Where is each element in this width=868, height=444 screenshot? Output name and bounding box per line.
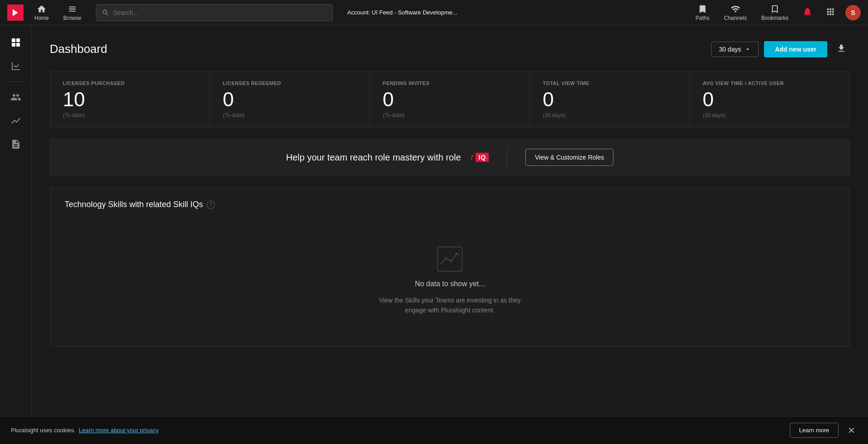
sidebar-item-analytics[interactable] <box>6 111 26 131</box>
days-dropdown[interactable]: 30 days <box>711 42 759 57</box>
stat-pending-invites: PENDING INVITES 0 (To-date) <box>370 71 530 128</box>
close-cookie-button[interactable]: ✕ <box>846 425 857 436</box>
logo[interactable] <box>7 5 24 21</box>
cookie-text: Pluralsight uses cookies. Learn more abo… <box>11 427 159 434</box>
nav-right: Paths Channels Bookmarks S <box>690 4 861 21</box>
role-iq-text: Help your team reach role mastery with r… <box>286 151 489 163</box>
iq-badge: IQ <box>476 153 489 162</box>
skills-section: Technology Skills with related Skill IQs… <box>50 187 850 347</box>
nav-home[interactable]: Home <box>27 4 56 21</box>
svg-marker-0 <box>13 9 18 16</box>
header-actions: 30 days Add new user <box>711 40 850 58</box>
privacy-link[interactable]: Learn more about your privacy <box>79 427 158 434</box>
nav-channels[interactable]: Channels <box>718 4 752 21</box>
sidebar-item-team[interactable] <box>6 87 26 107</box>
nav-bookmarks[interactable]: Bookmarks <box>756 4 794 21</box>
svg-rect-1 <box>438 247 462 271</box>
svg-point-4 <box>456 253 458 255</box>
role-iq-logo: r IQ <box>471 151 489 163</box>
avatar[interactable]: S <box>845 5 861 20</box>
info-icon[interactable]: ? <box>207 201 215 209</box>
stat-total-view-time: TOTAL VIEW TIME 0 (30 days) <box>530 71 690 128</box>
svg-point-3 <box>450 260 453 262</box>
page-title: Dashboard <box>50 42 107 56</box>
role-iq-banner: Help your team reach role mastery with r… <box>50 139 850 176</box>
sidebar <box>0 25 32 444</box>
nav-paths[interactable]: Paths <box>690 4 715 21</box>
no-data-subtitle: View the Skills your Teams are investing… <box>379 295 520 316</box>
sidebar-divider <box>7 81 25 82</box>
search-bar <box>96 4 333 21</box>
svg-point-2 <box>445 257 447 260</box>
account-label: Account: UI Feed - Software Developme... <box>347 9 458 16</box>
nav-browse[interactable]: Browse <box>56 4 89 21</box>
apps-button[interactable] <box>821 7 840 19</box>
skills-title: Technology Skills with related Skill IQs <box>65 200 203 209</box>
stat-avg-view-time: AVG VIEW TIME / ACTIVE USER 0 (30 days) <box>690 71 849 128</box>
add-user-button[interactable]: Add new user <box>764 41 827 57</box>
learn-more-button[interactable]: Learn more <box>790 423 839 438</box>
skills-header: Technology Skills with related Skill IQs… <box>65 200 835 209</box>
banner-divider <box>507 148 507 166</box>
dashboard-header: Dashboard 30 days Add new user <box>50 40 850 58</box>
topnav: Home Browse Account: UI Feed - Software … <box>0 0 868 25</box>
sidebar-item-content[interactable] <box>6 134 26 154</box>
customize-roles-button[interactable]: View & Customize Roles <box>525 149 613 166</box>
cookie-banner: Pluralsight uses cookies. Learn more abo… <box>0 416 868 444</box>
download-button[interactable] <box>833 40 850 58</box>
stat-licenses-purchased: LICENSES PURCHASED 10 (To-date) <box>50 71 210 128</box>
stat-licenses-redeemed: LICENSES REDEEMED 0 (To-date) <box>210 71 370 128</box>
stats-row: LICENSES PURCHASED 10 (To-date) LICENSES… <box>50 71 850 128</box>
search-icon <box>102 9 109 17</box>
no-data-container: No data to show yet... View the Skills y… <box>65 227 835 334</box>
search-input[interactable] <box>113 9 327 16</box>
no-data-icon <box>436 246 463 273</box>
sidebar-item-reports[interactable] <box>6 56 26 76</box>
no-data-title: No data to show yet... <box>415 280 485 288</box>
notifications-button[interactable] <box>797 6 817 19</box>
main-content: Dashboard 30 days Add new user LICENSES … <box>32 25 868 444</box>
sidebar-item-dashboard[interactable] <box>6 33 26 52</box>
cookie-actions: Learn more ✕ <box>790 423 857 438</box>
